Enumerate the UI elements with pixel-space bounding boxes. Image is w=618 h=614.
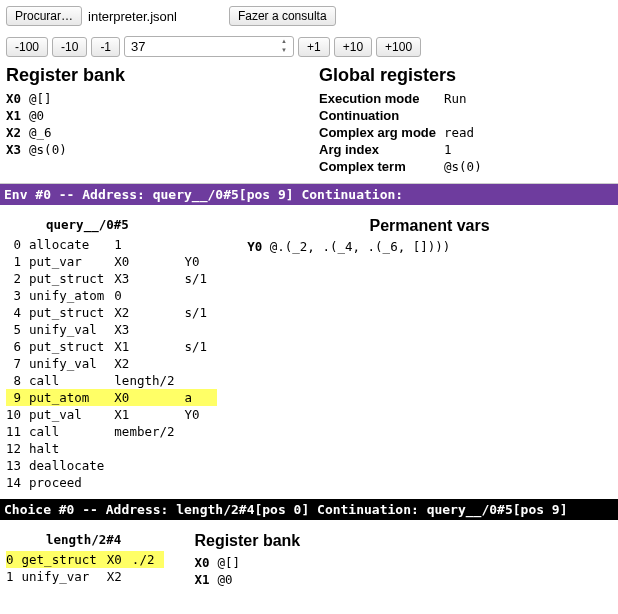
code-op: proceed (29, 474, 114, 491)
code-op: put_atom (29, 389, 114, 406)
code-arg2: s/1 (185, 270, 218, 287)
code-arg2 (185, 423, 218, 440)
code-arg1: X0 (114, 389, 184, 406)
code-row: 0allocate1 (6, 236, 217, 253)
permanent-var-value: @.(_2, .(_4, .(_6, []))) (270, 239, 451, 254)
step-minus-100[interactable]: -100 (6, 37, 48, 57)
stepper-up-icon[interactable]: ▲ (277, 38, 291, 47)
code-arg1 (114, 474, 184, 491)
browse-button[interactable]: Procurar… (6, 6, 82, 26)
code-op: put_struct (29, 270, 114, 287)
global-label: Complex arg mode (319, 124, 444, 141)
global-label: Complex term (319, 158, 444, 175)
code-arg1: X2 (114, 355, 184, 372)
code-line-number: 1 (6, 253, 29, 270)
code-arg2: Y0 (185, 253, 218, 270)
step-plus-100[interactable]: +100 (376, 37, 421, 57)
permanent-vars-title: Permanent vars (247, 217, 612, 235)
step-input[interactable]: 37 ▲ ▼ (124, 36, 294, 57)
code-row: 12halt (6, 440, 217, 457)
global-value: 1 (444, 141, 490, 158)
register-row: X0@[] (194, 554, 248, 571)
code-arg1: X3 (114, 270, 184, 287)
step-minus-10[interactable]: -10 (52, 37, 87, 57)
global-value: Run (444, 90, 490, 107)
global-value: @s(0) (444, 158, 490, 175)
code-op: allocate (29, 236, 114, 253)
choice-procname: length/2#4 (6, 530, 164, 551)
register-value: @[] (29, 90, 75, 107)
code-arg2: s/1 (185, 338, 218, 355)
global-row: Continuation (319, 107, 490, 124)
permanent-var-name: Y0 (247, 239, 262, 254)
step-plus-1[interactable]: +1 (298, 37, 330, 57)
register-row: X3@s(0) (6, 141, 75, 158)
register-name: X2 (6, 124, 29, 141)
global-row: Execution modeRun (319, 90, 490, 107)
code-row: 3unify_atom0 (6, 287, 217, 304)
env-band: Env #0 -- Address: query__/0#5[pos 9] Co… (0, 183, 618, 205)
code-row: 13deallocate (6, 457, 217, 474)
code-arg1: X0 (114, 253, 184, 270)
code-line-number: 12 (6, 440, 29, 457)
code-arg2: ./2 (132, 551, 165, 568)
register-row: X0@[] (6, 90, 75, 107)
code-op: put_val (29, 406, 114, 423)
code-arg1: length/2 (114, 372, 184, 389)
register-table: X0@[]X1@0X2@_6X3@s(0) (6, 90, 75, 158)
global-label: Continuation (319, 107, 444, 124)
code-line-number: 6 (6, 338, 29, 355)
global-row: Complex term@s(0) (319, 158, 490, 175)
register-value: @s(0) (29, 141, 75, 158)
step-minus-1[interactable]: -1 (91, 37, 120, 57)
global-label: Execution mode (319, 90, 444, 107)
code-row: 11callmember/2 (6, 423, 217, 440)
register-name: X0 (6, 90, 29, 107)
code-op: deallocate (29, 457, 114, 474)
code-line-number: 5 (6, 321, 29, 338)
global-value (444, 107, 490, 124)
code-arg1: X1 (114, 338, 184, 355)
code-arg2 (185, 287, 218, 304)
code-op: call (29, 372, 114, 389)
query-button[interactable]: Fazer a consulta (229, 6, 336, 26)
code-row: 7unify_valX2 (6, 355, 217, 372)
choice-register-table: X0@[]X1@0 (194, 554, 248, 588)
code-line-number: 13 (6, 457, 29, 474)
code-line-number: 2 (6, 270, 29, 287)
code-op: put_struct (29, 304, 114, 321)
register-value: @_6 (29, 124, 75, 141)
code-arg1: X1 (114, 406, 184, 423)
code-op: put_var (29, 253, 114, 270)
register-name: X1 (194, 571, 217, 588)
choice-register-bank-title: Register bank (194, 532, 612, 550)
code-row: 8calllength/2 (6, 372, 217, 389)
code-row: 9put_atomX0a (6, 389, 217, 406)
code-op: call (29, 423, 114, 440)
code-arg1: X2 (107, 568, 132, 585)
code-line-number: 9 (6, 389, 29, 406)
code-line-number: 1 (6, 568, 22, 585)
code-arg1: 1 (114, 236, 184, 253)
code-arg1: 0 (114, 287, 184, 304)
choice-band: Choice #0 -- Address: length/2#4[pos 0] … (0, 499, 618, 520)
code-arg2 (185, 457, 218, 474)
step-plus-10[interactable]: +10 (334, 37, 372, 57)
register-name: X3 (6, 141, 29, 158)
code-line-number: 7 (6, 355, 29, 372)
code-row: 6put_structX1s/1 (6, 338, 217, 355)
code-op: unify_atom (29, 287, 114, 304)
code-arg1 (114, 440, 184, 457)
permanent-var-row: Y0 @.(_2, .(_4, .(_6, []))) (247, 239, 612, 254)
code-line-number: 4 (6, 304, 29, 321)
code-row: 0get_structX0./2 (6, 551, 164, 568)
global-registers-title: Global registers (319, 65, 612, 86)
code-arg2 (185, 355, 218, 372)
file-name: interpreter.jsonl (88, 9, 177, 24)
code-op: unify_var (22, 568, 107, 585)
stepper-down-icon[interactable]: ▼ (277, 47, 291, 56)
code-line-number: 14 (6, 474, 29, 491)
globals-table: Execution modeRunContinuationComplex arg… (319, 90, 490, 175)
code-arg2: a (185, 389, 218, 406)
code-arg1: X0 (107, 551, 132, 568)
